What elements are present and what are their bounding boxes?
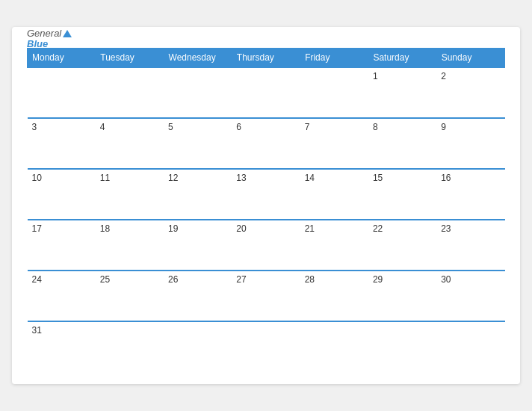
calendar-cell: 23 (436, 220, 504, 271)
day-number: 8 (373, 122, 378, 132)
day-number: 7 (305, 122, 310, 132)
calendar-cell: 29 (368, 271, 436, 321)
day-number: 18 (100, 223, 110, 234)
day-number: 30 (441, 274, 451, 285)
calendar-cell: 25 (96, 271, 164, 321)
calendar-week-row: 12 (28, 67, 505, 118)
calendar-cell (368, 321, 436, 372)
calendar-cell (164, 321, 232, 372)
calendar-cell: 8 (368, 118, 436, 169)
day-number: 19 (168, 223, 178, 234)
calendar-cell (28, 67, 96, 118)
calendar-cell: 5 (164, 118, 232, 169)
day-number: 31 (32, 325, 42, 336)
calendar-cell: 4 (96, 118, 164, 169)
day-number: 13 (236, 173, 246, 183)
calendar-cell: 28 (300, 271, 368, 321)
logo: General Blue (27, 28, 72, 50)
day-number: 23 (441, 223, 451, 234)
calendar-cell: 24 (28, 271, 96, 321)
day-number: 10 (32, 173, 42, 183)
day-number: 20 (236, 223, 246, 234)
calendar-cell: 18 (96, 220, 164, 271)
calendar-cell: 31 (28, 321, 96, 372)
calendar-cell (96, 321, 164, 372)
logo-general-text: General (27, 28, 61, 39)
day-number: 27 (236, 274, 246, 285)
day-number: 24 (32, 274, 42, 285)
calendar-cell (436, 321, 504, 372)
calendar-cell: 21 (300, 220, 368, 271)
calendar-cell: 2 (436, 67, 504, 118)
day-number: 22 (373, 223, 383, 234)
day-number: 28 (305, 274, 315, 285)
calendar-container: General Blue MondayTuesdayWednesdayThurs… (12, 27, 520, 384)
calendar-cell: 7 (300, 118, 368, 169)
weekday-sunday: Sunday (436, 49, 504, 68)
day-number: 1 (373, 71, 378, 81)
day-number: 26 (168, 274, 178, 285)
day-number: 2 (441, 71, 446, 81)
calendar-cell: 27 (232, 271, 300, 321)
calendar-cell: 13 (232, 169, 300, 220)
calendar-cell: 19 (164, 220, 232, 271)
calendar-week-row: 24252627282930 (28, 271, 505, 321)
day-number: 14 (305, 173, 315, 183)
day-number: 12 (168, 173, 178, 183)
day-number: 9 (441, 122, 446, 132)
calendar-week-row: 3456789 (28, 118, 505, 169)
day-number: 5 (168, 122, 173, 132)
calendar-cell: 11 (96, 169, 164, 220)
calendar-cell (300, 321, 368, 372)
calendar-cell (232, 321, 300, 372)
calendar-cell (96, 67, 164, 118)
day-number: 25 (100, 274, 110, 285)
calendar-cell: 15 (368, 169, 436, 220)
calendar-cell: 22 (368, 220, 436, 271)
weekday-friday: Friday (300, 49, 368, 68)
day-number: 11 (100, 173, 110, 183)
calendar-cell: 14 (300, 169, 368, 220)
day-number: 21 (305, 223, 315, 234)
calendar-week-row: 17181920212223 (28, 220, 505, 271)
calendar-cell: 10 (28, 169, 96, 220)
day-number: 4 (100, 122, 105, 132)
calendar-cell: 26 (164, 271, 232, 321)
day-number: 17 (32, 223, 42, 234)
day-number: 6 (236, 122, 241, 132)
calendar-cell: 1 (368, 67, 436, 118)
day-number: 3 (32, 122, 37, 132)
weekday-tuesday: Tuesday (96, 49, 164, 68)
weekday-wednesday: Wednesday (164, 49, 232, 68)
calendar-cell: 6 (232, 118, 300, 169)
calendar-cell: 20 (232, 220, 300, 271)
calendar-cell: 30 (436, 271, 504, 321)
calendar-grid: MondayTuesdayWednesdayThursdayFridaySatu… (27, 48, 505, 372)
day-number: 16 (441, 173, 451, 183)
calendar-cell: 17 (28, 220, 96, 271)
weekday-thursday: Thursday (232, 49, 300, 68)
calendar-cell: 16 (436, 169, 504, 220)
weekday-monday: Monday (28, 49, 96, 68)
weekday-saturday: Saturday (368, 49, 436, 68)
calendar-cell: 9 (436, 118, 504, 169)
day-number: 15 (373, 173, 383, 183)
calendar-cell: 3 (28, 118, 96, 169)
calendar-week-row: 31 (28, 321, 505, 372)
calendar-cell: 12 (164, 169, 232, 220)
calendar-week-row: 10111213141516 (28, 169, 505, 220)
calendar-cell (232, 67, 300, 118)
calendar-cell (164, 67, 232, 118)
logo-triangle-icon (63, 30, 72, 37)
day-number: 29 (373, 274, 383, 285)
weekday-header-row: MondayTuesdayWednesdayThursdayFridaySatu… (28, 49, 505, 68)
logo-blue-text: Blue (27, 39, 72, 49)
calendar-cell (300, 67, 368, 118)
